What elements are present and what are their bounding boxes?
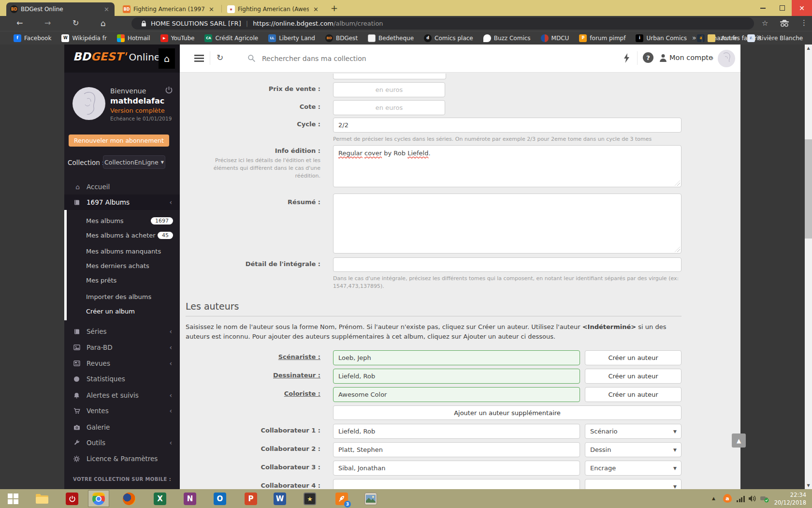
collaborateur-2-role-select[interactable]: Dessin▼	[585, 442, 682, 457]
home-shortcut-button[interactable]: ⌂	[159, 48, 175, 69]
bookmark-wikipedia[interactable]: WWikipédia fr	[61, 34, 107, 42]
window-minimize-button[interactable]	[753, 0, 772, 16]
start-button[interactable]	[6, 492, 20, 506]
word-icon[interactable]: W	[273, 492, 287, 506]
collaborateur-4-role-select[interactable]: ▼	[585, 479, 682, 489]
cote-input[interactable]	[333, 100, 445, 115]
lightning-icon[interactable]	[624, 53, 630, 63]
collaborateur-1-input[interactable]	[333, 424, 580, 439]
scrollbar-down-arrow[interactable]: ▼	[805, 482, 812, 489]
search-input[interactable]	[261, 51, 408, 66]
sidebar-item-alertes[interactable]: Alertes et suivis‹	[64, 388, 180, 403]
bookmark-mdcu[interactable]: MDCU	[541, 34, 569, 42]
address-bar[interactable]: HOME SOLUTIONS SARL [FR] | https://onlin…	[131, 17, 754, 30]
scrollbar-up-arrow[interactable]: ▲	[805, 45, 812, 52]
sidebar-item-derniers-achats[interactable]: Mes derniers achats	[64, 261, 180, 270]
power-app-icon[interactable]	[65, 492, 79, 506]
firefox-icon[interactable]	[122, 492, 136, 506]
coloriste-input[interactable]	[333, 387, 580, 402]
bookmark-credit-agricole[interactable]: CACrédit Agricole	[204, 34, 258, 42]
prix-input[interactable]	[333, 82, 445, 97]
powerpoint-icon[interactable]: P	[244, 492, 258, 506]
create-author-button[interactable]: Créer un auteur	[585, 369, 682, 384]
cutoff-field[interactable]	[333, 74, 446, 79]
collaborateur-3-role-select[interactable]: Encrage▼	[585, 461, 682, 476]
bookmark-youtube[interactable]: ▶YouTube	[160, 34, 195, 42]
home-button[interactable]: ⌂	[101, 18, 106, 28]
photo-app-icon[interactable]	[363, 492, 378, 506]
detail-integrale-input[interactable]	[333, 257, 682, 272]
scroll-to-top-button[interactable]: ▲	[732, 433, 746, 448]
tab-fighting-american-1997[interactable]: BD Fighting American (1997) - BD, in ✕	[119, 2, 219, 16]
sidebar-item-galerie[interactable]: Galerie	[64, 419, 180, 435]
bookmark-star-icon[interactable]: ☆	[762, 19, 768, 28]
create-author-button[interactable]: Créer un auteur	[585, 387, 682, 402]
network-tray-icon[interactable]	[737, 496, 745, 502]
window-close-button[interactable]: ✕	[792, 0, 812, 16]
sidebar-item-parabd[interactable]: Para-BD‹	[64, 340, 180, 355]
resize-grip[interactable]	[675, 247, 680, 252]
volume-tray-icon[interactable]	[749, 495, 757, 502]
bookmark-buzz-comics[interactable]: Buzz Comics	[483, 34, 531, 42]
reload-button[interactable]: ↻	[72, 18, 79, 28]
scenariste-input[interactable]	[333, 350, 580, 365]
onenote-icon[interactable]: N	[183, 492, 197, 506]
sidebar-item-importer-albums[interactable]: Importer des albums	[64, 292, 180, 301]
sidebar-item-accueil[interactable]: ⌂ Accueil	[64, 179, 180, 194]
media-star-app-icon[interactable]: ★	[303, 492, 317, 506]
avast-tray-icon[interactable]: a	[723, 494, 732, 503]
help-icon[interactable]: ?	[643, 52, 653, 63]
collaborateur-4-input[interactable]	[333, 479, 580, 489]
hamburger-menu-icon[interactable]	[194, 55, 204, 56]
usb-tray-icon[interactable]	[760, 494, 769, 503]
bookmark-urban-comics[interactable]: iUrban Comics	[636, 34, 687, 42]
header-avatar[interactable]	[718, 50, 735, 67]
resume-textarea[interactable]	[333, 194, 682, 254]
sidebar-item-albums-manquants[interactable]: Mes albums manquants	[64, 246, 180, 256]
sidebar-item-mes-albums[interactable]: Mes albums1697	[64, 216, 180, 225]
resize-grip[interactable]	[675, 180, 680, 186]
bookmark-hotmail[interactable]: Hotmail	[117, 34, 150, 42]
sidebar-item-revues[interactable]: Revues‹	[64, 356, 180, 371]
tab-fighting-american-awesome[interactable]: ★ Fighting American (Awesome) Co ✕	[223, 2, 324, 16]
collaborateur-3-input[interactable]	[333, 461, 580, 476]
sidebar-item-statistiques[interactable]: Statistiques	[64, 371, 180, 387]
other-bookmarks-folder[interactable]: Autres favoris	[708, 34, 761, 42]
page-scrollbar[interactable]: ▲ ▼	[805, 45, 812, 489]
sidebar-item-series[interactable]: Séries‹	[64, 324, 180, 339]
bookmark-bdgest[interactable]: BDBDGest	[325, 34, 358, 42]
renew-subscription-button[interactable]: Renouveler mon abonnement	[69, 134, 169, 147]
sidebar-item-mes-prets[interactable]: Mes prêts	[64, 275, 180, 285]
tab-close-icon[interactable]: ✕	[312, 6, 320, 13]
account-menu[interactable]: Mon compte	[669, 54, 713, 61]
sidebar-item-outils[interactable]: Outils‹	[64, 435, 180, 450]
sidebar-item-licence-parametres[interactable]: Licence & Paramètres	[64, 451, 180, 466]
add-author-button[interactable]: Ajouter un auteur supplémentaire	[333, 405, 682, 420]
browser-menu-icon[interactable]: ⋮	[800, 18, 808, 27]
rocket-app-icon[interactable]: 3	[334, 492, 349, 506]
refresh-icon[interactable]: ↻	[217, 53, 223, 62]
file-explorer-icon[interactable]	[35, 492, 49, 506]
new-tab-button[interactable]: +	[331, 3, 338, 13]
sidebar-item-albums-a-acheter[interactable]: Mes albums à acheter45	[64, 230, 180, 240]
bookmark-facebook[interactable]: fFacebook	[14, 34, 51, 42]
back-button[interactable]: ←	[16, 18, 23, 28]
bookmark-comics-place[interactable]: dComics place	[424, 34, 473, 42]
forward-button[interactable]: →	[44, 18, 51, 28]
info-edition-textarea[interactable]: Regular cover by Rob Liefeld.	[333, 145, 682, 187]
tab-close-icon[interactable]: ✕	[207, 6, 216, 13]
bookmarks-overflow-icon[interactable]: »	[692, 34, 696, 42]
cycle-input[interactable]	[333, 118, 682, 133]
sidebar-item-albums[interactable]: 1697 Albums ‹	[64, 194, 180, 210]
sidebar-item-ventes[interactable]: Ventes‹	[64, 403, 180, 418]
bookmark-forum-pimpf[interactable]: Pforum pimpf	[579, 34, 625, 42]
bookmark-liberty-land[interactable]: LLLiberty Land	[268, 34, 315, 42]
outlook-icon[interactable]: O	[213, 492, 227, 506]
scrollbar-thumb[interactable]	[805, 139, 812, 239]
tab-bdgest-online[interactable]: BD BDGest Online ✕	[6, 2, 115, 16]
window-restore-button[interactable]	[772, 0, 792, 16]
logout-power-icon[interactable]	[165, 86, 173, 94]
taskbar-clock[interactable]: 22:34 20/12/2018	[772, 491, 806, 507]
tab-close-icon[interactable]: ✕	[102, 6, 111, 13]
dessinateur-input[interactable]	[333, 369, 580, 384]
